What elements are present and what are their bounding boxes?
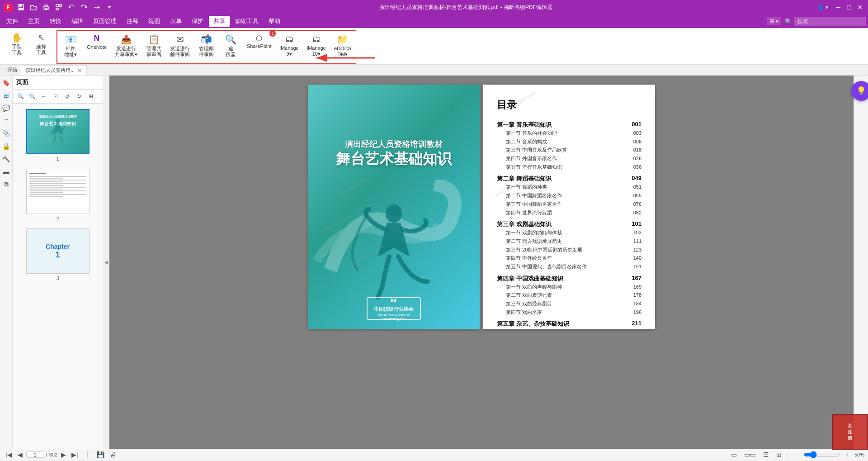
toc-line-6 xyxy=(29,185,64,186)
menu-view[interactable]: 视图 xyxy=(144,16,165,27)
fit-width-icon[interactable]: ↔ xyxy=(39,91,49,101)
scan-icon[interactable] xyxy=(54,3,63,12)
continuous-view[interactable]: ☰ xyxy=(761,451,771,458)
edocsdm-button[interactable]: 📁 eDOCSDM▾ xyxy=(331,32,354,60)
stamp-icon[interactable]: 🔨 xyxy=(1,153,12,164)
zoom-in-icon[interactable]: 🔍 xyxy=(15,91,25,101)
collapse-panel-button[interactable]: ◀ xyxy=(103,76,109,449)
toc-chapter-5: 第五章 杂艺、杂技基础知识 211 第一节 杂艺的主要种类213 第二节 中国杂… xyxy=(497,320,642,329)
zoom-out-button[interactable]: ─ xyxy=(792,451,800,458)
single-page-view[interactable]: ▭ xyxy=(729,451,739,458)
dancer-illustration xyxy=(349,202,439,302)
close-button[interactable]: ✕ xyxy=(855,3,864,12)
menu-share[interactable]: 共享 xyxy=(209,16,230,27)
toc-title: 目录 xyxy=(497,98,642,112)
save-pages-icon[interactable]: 💾 xyxy=(95,451,106,458)
toc-ch2-item-2: 第二节 中国舞蹈名家名作065 xyxy=(497,191,642,200)
imanage10-button[interactable]: 🗂 iManage10▾ xyxy=(304,32,329,59)
document-tab[interactable]: 演出经纪人员资格培... ✕ xyxy=(21,65,87,75)
svg-rect-7 xyxy=(56,8,58,10)
ai-assistant-button[interactable]: 💡 xyxy=(851,81,868,101)
grid-view-icon[interactable]: ⊞ xyxy=(86,91,96,101)
menu-edit[interactable]: 编辑 xyxy=(67,16,88,27)
menu-annotate[interactable]: 注释 xyxy=(122,16,143,27)
title-right: 👤 ▾ ─ □ ✕ xyxy=(818,3,864,12)
toc-ch2-title: 第二章 舞蹈基础知识 049 xyxy=(497,175,642,183)
ribbon-group-tools: ✋ 手型 工具 ↖ 选择 工具 xyxy=(2,30,57,64)
page-thumb-3[interactable]: Chapter1 3 xyxy=(16,227,99,283)
zoom-out-icon[interactable]: 🔍 xyxy=(27,91,37,101)
menu-page-manage[interactable]: 页面管理 xyxy=(89,16,121,27)
more-icon[interactable] xyxy=(92,3,101,12)
sharepoint-button[interactable]: 1 ⬡ SharePoint xyxy=(244,32,274,52)
status-right: ▭ ▭▭ ☰ ⊞ | ─ + 50% xyxy=(729,451,864,458)
minimize-button[interactable]: ─ xyxy=(834,3,843,12)
double-page-view[interactable]: ▭▭ xyxy=(742,451,758,458)
maximize-button[interactable]: □ xyxy=(844,3,854,12)
current-page-input[interactable] xyxy=(26,451,44,458)
tab-close-button[interactable]: ✕ xyxy=(77,67,82,74)
send-review-button[interactable]: 📤 发送进行共享审阅▾ xyxy=(112,32,141,60)
menu-form[interactable]: 表单 xyxy=(165,16,186,27)
rotate-left-icon[interactable]: ↺ xyxy=(62,91,72,101)
cover-subtitle: 演出经纪人员资格培训教材 xyxy=(345,139,443,150)
menu-convert[interactable]: 转换 xyxy=(45,16,66,27)
bookmark-icon[interactable]: 🔖 xyxy=(1,77,12,88)
dropdown-icon[interactable] xyxy=(105,3,114,12)
undo-icon[interactable] xyxy=(67,3,76,12)
imanage9-button[interactable]: 🗂 iManage9▾ xyxy=(276,32,302,59)
menu-help[interactable]: 帮助 xyxy=(264,16,285,27)
imanage9-label: iManage9▾ xyxy=(279,45,298,57)
fit-page-icon[interactable]: ⊡ xyxy=(51,91,61,101)
hand-tool-button[interactable]: ✋ 手型 工具 xyxy=(5,30,28,58)
pages-icon[interactable]: ⊞ xyxy=(1,90,12,101)
cover-org-cn: 中国演出行业协会 xyxy=(374,306,414,313)
onenote-button[interactable]: N OneNote xyxy=(84,32,110,52)
comment-icon[interactable]: 💬 xyxy=(1,103,12,114)
print-icon[interactable] xyxy=(42,3,51,12)
toc-ch3-item-4: 第四节 中外经典名作140 xyxy=(497,254,642,262)
send-email-label: 发送进行邮件审阅 xyxy=(170,46,190,57)
toc-ch1-item-5: 第五节 流行音乐基础知识036 xyxy=(497,163,642,171)
menu-file[interactable]: 文件 xyxy=(2,16,23,27)
manage-email-button[interactable]: 📬 管理邮件审阅 xyxy=(195,32,217,60)
view-options[interactable]: ⊞ ▾ xyxy=(767,17,781,25)
menu-tools[interactable]: 辅助工具 xyxy=(231,16,263,27)
mail-button[interactable]: 📧 邮件地址▾ xyxy=(59,32,82,60)
manage-review-button[interactable]: 📋 管理共享审阅 xyxy=(142,32,165,60)
page-3-preview: Chapter1 xyxy=(26,228,90,274)
save-icon[interactable] xyxy=(16,3,25,12)
user-account[interactable]: 👤 ▾ xyxy=(818,5,828,10)
rotate-right-icon[interactable]: ↻ xyxy=(74,91,84,101)
page-thumb-1[interactable]: 演出经纪人员资格培训教材 舞台艺术基础知识 1 xyxy=(16,107,99,163)
tracker-button[interactable]: 🔍 追踪器 xyxy=(219,32,242,60)
page-thumb-2[interactable]: 2 xyxy=(16,167,99,223)
zoom-slider[interactable] xyxy=(804,451,840,458)
redact-icon[interactable]: ▬ xyxy=(1,166,12,177)
combine-icon[interactable]: ⧉ xyxy=(1,179,12,190)
menu-protect[interactable]: 保护 xyxy=(187,16,208,27)
toc-ch3-name: 第三章 戏剧基础知识 xyxy=(497,220,552,228)
pdf-viewer[interactable]: www.siyys.care www.siyys.care www.siyys.… xyxy=(109,76,854,449)
last-page-button[interactable]: ▶| xyxy=(70,451,80,458)
search-input[interactable] xyxy=(794,17,866,26)
security-icon[interactable]: 🔒 xyxy=(1,141,12,152)
first-page-button[interactable]: |◀ xyxy=(4,451,14,458)
layers-icon[interactable]: ≡ xyxy=(1,115,12,126)
select-tool-button[interactable]: ↖ 选择 工具 xyxy=(30,30,52,58)
toc-ch3-item-5: 第五节 中国现代、当代剧目名家名作151 xyxy=(497,262,642,271)
menu-home[interactable]: 主页 xyxy=(24,16,44,27)
prev-page-button[interactable]: ◀ xyxy=(16,451,24,458)
toc-ch1-page: 001 xyxy=(632,121,642,128)
attachment-icon[interactable]: 📎 xyxy=(1,128,12,139)
continuous-double-view[interactable]: ⊞ xyxy=(774,451,783,458)
send-email-review-button[interactable]: ✉ 发送进行邮件审阅 xyxy=(167,32,193,60)
redo-icon[interactable] xyxy=(80,3,89,12)
zoom-in-button[interactable]: + xyxy=(844,451,851,458)
toc-ch2-item-3: 第三节 中国舞蹈名家名作076 xyxy=(497,200,642,209)
print-pages-icon[interactable]: 🖨 xyxy=(108,451,118,458)
toc-title-line xyxy=(29,173,47,174)
next-page-button[interactable]: ▶ xyxy=(59,451,68,458)
select-tool-label: 选择 工具 xyxy=(36,44,46,56)
open-icon[interactable] xyxy=(29,3,38,12)
